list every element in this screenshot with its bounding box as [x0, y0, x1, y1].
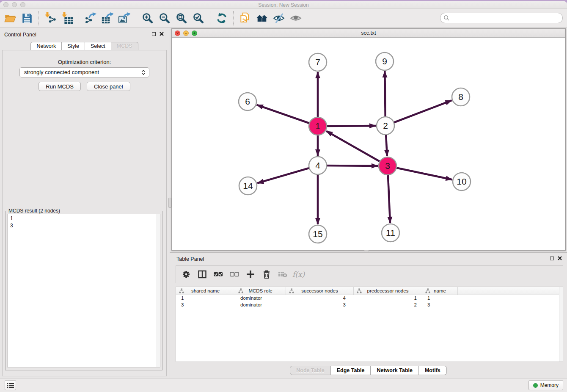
column-label: predecessor nodes [367, 288, 409, 293]
network-graph[interactable]: 7968124314101511 [172, 38, 565, 251]
select-all-columns-button[interactable] [212, 268, 225, 281]
network-canvas[interactable]: 7968124314101511 [172, 38, 565, 250]
column-header-shared-name[interactable]: shared name [176, 287, 235, 295]
cell-shared-name[interactable]: 1 [176, 295, 235, 302]
table-tabs: Node TableEdge TableNetwork TableMotifs [170, 366, 567, 375]
column-header-name[interactable]: name [422, 287, 458, 295]
node-3[interactable]: 3 [379, 157, 396, 175]
node-15[interactable]: 15 [309, 225, 327, 243]
tab-mcds[interactable]: MCDS [111, 42, 138, 50]
tab-network-table[interactable]: Network Table [371, 366, 419, 375]
cell-name[interactable]: 3 [422, 302, 458, 309]
criterion-select[interactable]: strongly connected component [19, 67, 149, 77]
main-area: Control Panel NetworkStyleSelectMCDS Opt… [0, 28, 567, 378]
node-4[interactable]: 4 [309, 157, 327, 174]
export-table-button[interactable] [99, 10, 116, 27]
split-panel-button[interactable] [195, 268, 209, 281]
add-column-button[interactable] [244, 268, 257, 281]
import-network-button[interactable] [42, 10, 59, 27]
status-bar: Memory [0, 378, 567, 392]
node-2[interactable]: 2 [377, 117, 394, 135]
function-builder-icon: f(x) [292, 270, 306, 279]
search-box [440, 13, 563, 23]
open-session-button[interactable] [2, 10, 19, 27]
table-panel: Table Panel f(x) shared nameMCDS rolesuc… [170, 252, 567, 378]
cell-MCDS-role[interactable]: dominator [235, 302, 286, 309]
delete-table-button [276, 268, 289, 281]
svg-text:f(x): f(x) [292, 270, 306, 279]
zoom-selected-button[interactable] [190, 10, 207, 27]
toolbar-separator [136, 11, 136, 25]
delete-column-button[interactable] [260, 268, 273, 281]
import-network-icon [44, 12, 56, 24]
hide-selected-button[interactable] [270, 10, 287, 27]
split-panel-icon [198, 270, 207, 279]
column-header-successor-nodes[interactable]: successor nodes [286, 287, 354, 295]
tab-select[interactable]: Select [85, 42, 111, 50]
task-history-button[interactable] [5, 380, 16, 390]
zoom-out-button[interactable] [156, 10, 173, 27]
table-row[interactable]: 3dominator323 [176, 302, 563, 309]
close-panel-button[interactable]: Close panel [87, 82, 130, 91]
tab-edge-table[interactable]: Edge Table [331, 366, 371, 375]
export-network-button[interactable] [82, 10, 99, 27]
node-10[interactable]: 10 [453, 173, 471, 190]
settings-button[interactable] [179, 268, 193, 281]
column-header-MCDS-role[interactable]: MCDS role [235, 287, 286, 295]
table-scrollbar[interactable] [559, 287, 563, 362]
cell-MCDS-role[interactable]: dominator [235, 295, 286, 302]
tab-style[interactable]: Style [61, 42, 85, 50]
export-image-button[interactable] [116, 10, 133, 27]
column-header-predecessor-nodes[interactable]: predecessor nodes [354, 287, 422, 295]
cell-shared-name[interactable]: 3 [176, 302, 235, 309]
first-neighbors-button[interactable] [253, 10, 270, 27]
result-scrollbar[interactable] [156, 214, 160, 367]
node-14[interactable]: 14 [239, 177, 257, 195]
cell-successor-nodes[interactable]: 4 [286, 295, 354, 302]
tab-node-table[interactable]: Node Table [290, 366, 330, 375]
open-session-icon [4, 12, 16, 24]
refresh-button[interactable] [213, 10, 230, 27]
table-close-panel-icon[interactable] [558, 256, 562, 260]
float-panel-icon[interactable] [152, 32, 156, 36]
zoom-in-button[interactable] [139, 10, 156, 27]
function-builder-button: f(x) [292, 268, 306, 281]
search-input[interactable] [440, 13, 563, 23]
tab-motifs[interactable]: Motifs [419, 366, 447, 375]
delete-column-icon [262, 270, 271, 279]
node-8[interactable]: 8 [452, 88, 470, 106]
tab-network[interactable]: Network [30, 42, 61, 50]
cell-successor-nodes[interactable]: 3 [286, 302, 354, 309]
table-header: shared nameMCDS rolesuccessor nodesprede… [176, 287, 563, 295]
zoom-fit-button[interactable] [173, 10, 190, 27]
node-11[interactable]: 11 [382, 224, 399, 242]
column-label: shared name [191, 288, 220, 293]
control-panel-header: Control Panel [0, 28, 169, 40]
mcds-result-group: MCDS result (2 nodes) 13 [5, 208, 162, 370]
node-6[interactable]: 6 [239, 93, 256, 110]
table-float-panel-icon[interactable] [550, 257, 554, 260]
cell-predecessor-nodes[interactable]: 2 [354, 302, 422, 309]
show-all-button[interactable] [287, 10, 304, 27]
node-1[interactable]: 1 [309, 117, 327, 135]
save-session-button[interactable] [19, 10, 36, 27]
optimization-criterion-label: Optimization criterion: [3, 59, 166, 65]
run-mcds-button[interactable]: Run MCDS [39, 82, 81, 91]
node-9[interactable]: 9 [376, 52, 394, 70]
cell-predecessor-nodes[interactable]: 1 [354, 295, 422, 302]
control-panel-tabs: NetworkStyleSelectMCDS [0, 42, 169, 50]
table-row[interactable]: 1dominator411 [176, 295, 563, 302]
close-panel-icon[interactable] [160, 32, 164, 36]
duplicate-network-button[interactable] [237, 10, 253, 27]
svg-text:4: 4 [315, 160, 320, 170]
refresh-icon [216, 12, 228, 24]
import-table-button[interactable] [59, 10, 76, 27]
table-toolbar: f(x) [176, 265, 563, 283]
node-7[interactable]: 7 [309, 53, 327, 71]
deselect-all-columns-button[interactable] [228, 268, 241, 281]
network-window-titlebar[interactable]: ✕ − + scc.txt [172, 29, 565, 38]
svg-text:10: 10 [457, 177, 466, 186]
cell-name[interactable]: 1 [422, 295, 458, 302]
vertical-splitter-handle[interactable] [168, 198, 171, 208]
memory-button[interactable]: Memory [528, 380, 563, 390]
